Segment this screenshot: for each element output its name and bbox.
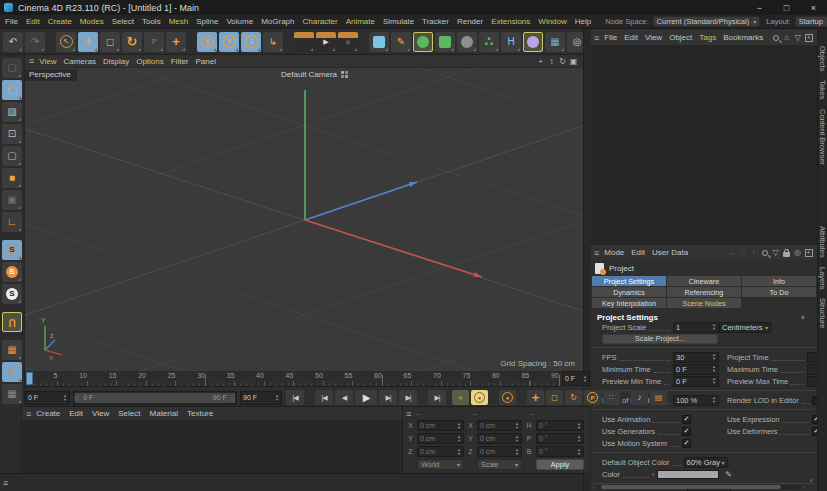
use-animation-checkbox[interactable]: ✓ — [682, 415, 691, 424]
key-scale-button[interactable]: ◻ — [546, 390, 563, 405]
solo-hierarchy-button[interactable]: S — [2, 284, 22, 304]
material-menu-item[interactable]: View — [92, 409, 109, 418]
material-menu-item[interactable]: Material — [150, 409, 178, 418]
snap-toggle-button[interactable]: U — [2, 312, 22, 332]
menu-item[interactable]: File — [5, 17, 18, 26]
make-editable-button[interactable]: ▢ — [2, 58, 22, 78]
preview-min-input[interactable]: 0 F▲▼ — [673, 376, 719, 387]
lock-workplane-button[interactable]: ▦ — [2, 362, 22, 382]
menu-item[interactable]: Window — [538, 17, 566, 26]
stepper-icon[interactable]: ▲▼ — [575, 448, 581, 456]
deformer-button[interactable] — [457, 32, 477, 52]
autokey-button[interactable]: ● — [471, 390, 488, 405]
floor-button[interactable]: ▦ — [545, 32, 565, 52]
forward-icon[interactable]: → — [737, 247, 748, 258]
scale-tool-button[interactable]: ◻ — [100, 32, 120, 52]
add-icon[interactable]: + — [803, 247, 814, 258]
pen-spline-button[interactable]: ✎ — [391, 32, 411, 52]
model-mode-button[interactable]: ▢ — [2, 80, 22, 100]
key-rotation-button[interactable]: ↻ — [565, 390, 582, 405]
axis-tool-button[interactable]: + — [166, 32, 186, 52]
project-time-input[interactable] — [807, 352, 817, 363]
fps-input[interactable]: 30▲▼ — [673, 352, 719, 363]
pan-view-icon[interactable]: + — [535, 57, 546, 66]
scroll-down-icon[interactable]: ∨ — [809, 477, 813, 483]
material-list[interactable] — [22, 421, 402, 473]
live-selection-button[interactable]: ↖ — [56, 32, 76, 52]
viewport-canvas[interactable]: Y Z X — [25, 68, 583, 371]
panel-tab[interactable]: Content Browser — [818, 109, 827, 165]
range-grip[interactable]: || — [231, 395, 236, 401]
scale-mode-select[interactable]: Scale▾ — [477, 459, 522, 470]
stepper-icon[interactable]: ▲▼ — [513, 422, 519, 430]
preview-max-input[interactable] — [807, 376, 817, 387]
project-scale-input[interactable]: 1▲▼ — [673, 322, 719, 333]
maximum-time-input[interactable] — [807, 364, 817, 375]
stepper-icon[interactable]: ▲▼ — [61, 394, 67, 402]
hamburger-icon[interactable]: ≡ — [3, 478, 8, 488]
scale-y-input[interactable]: 0 cm▲▼ — [477, 433, 522, 444]
stepper-icon[interactable]: ▲▼ — [455, 435, 461, 443]
viewport-menu-item[interactable]: Options — [136, 57, 164, 66]
menu-item[interactable]: Select — [112, 17, 134, 26]
stepper-icon[interactable]: ▲▼ — [581, 375, 587, 383]
objects-menu-item[interactable]: Bookmarks — [723, 33, 763, 42]
goto-start-button[interactable]: |◀ — [286, 390, 304, 405]
menu-item[interactable]: Volume — [226, 17, 253, 26]
viewport-menu-item[interactable]: Display — [103, 57, 129, 66]
eyedropper-icon[interactable]: ✎ — [725, 470, 732, 479]
menu-item[interactable]: Tools — [142, 17, 161, 26]
attributes-menu-item[interactable]: Mode — [604, 248, 624, 257]
back-icon[interactable]: ← — [726, 247, 737, 258]
menu-item[interactable]: Spline — [196, 17, 218, 26]
menu-item[interactable]: Character — [303, 17, 338, 26]
rotation-b-input[interactable]: 0 °▲▼ — [536, 446, 584, 457]
workplane-grid-button[interactable]: ▦ — [2, 340, 22, 360]
texture-mode-button[interactable]: ▨ — [2, 102, 22, 122]
panel-tab[interactable]: Attributes — [818, 226, 827, 258]
simulate-button[interactable] — [523, 32, 543, 52]
render-settings-button[interactable]: ☼ — [338, 32, 358, 52]
maximize-button[interactable]: □ — [773, 0, 800, 15]
subdivision-surface-button[interactable] — [413, 32, 433, 52]
edges-mode-button[interactable]: ▢ — [2, 146, 22, 166]
color-swatch[interactable] — [657, 470, 719, 479]
add-icon[interactable]: + — [803, 32, 814, 43]
panel-tab[interactable]: Structure — [818, 298, 827, 328]
node-space-select[interactable]: Current (Standard/Physical)▾ — [653, 16, 761, 27]
stepper-icon[interactable]: ▲▼ — [455, 422, 461, 430]
hamburger-icon[interactable]: ≡ — [594, 33, 599, 43]
view-label[interactable]: Perspective — [25, 69, 77, 81]
rotation-h-input[interactable]: 0 °▲▼ — [536, 420, 584, 431]
use-motion-system-checkbox[interactable]: ✓ — [682, 439, 691, 448]
stepper-icon[interactable]: ▲▼ — [273, 394, 279, 402]
prev-frame-button[interactable]: ◀ — [335, 390, 353, 405]
search-icon[interactable] — [770, 32, 781, 43]
lock-x-axis-button[interactable]: X — [197, 32, 217, 52]
menu-item[interactable]: Render — [457, 17, 483, 26]
use-generators-checkbox[interactable]: ✓ — [682, 427, 691, 436]
goto-end-button[interactable]: ▶| — [428, 390, 446, 405]
object-list[interactable] — [591, 46, 817, 245]
menu-item[interactable]: Mesh — [169, 17, 189, 26]
horizontal-scrollbar[interactable] — [599, 485, 799, 489]
stepper-icon[interactable]: ▲▼ — [710, 365, 716, 373]
stepper-icon[interactable]: ▲▼ — [455, 448, 461, 456]
workplane-mode-button[interactable]: ∟ — [2, 212, 22, 232]
target-icon[interactable]: ◎ — [792, 247, 803, 258]
minimum-time-input[interactable]: 0 F▲▼ — [673, 364, 719, 375]
menu-item[interactable]: Tracker — [422, 17, 449, 26]
viewport-menu-item[interactable]: Panel — [196, 57, 216, 66]
stepper-icon[interactable]: ▲▼ — [513, 448, 519, 456]
layout-select[interactable]: Startup▾ — [795, 16, 827, 27]
lock-z-axis-button[interactable]: Z — [241, 32, 261, 52]
menu-item[interactable]: Help — [575, 17, 591, 26]
key-parameter-button[interactable]: P — [584, 390, 601, 405]
tweak-mode-button[interactable]: ▣ — [2, 190, 22, 210]
attribute-tab[interactable]: Cineware — [667, 276, 741, 286]
stepper-icon[interactable]: ▲▼ — [710, 396, 716, 404]
solo-single-button[interactable]: S — [2, 262, 22, 282]
panel-tab[interactable]: Objects — [818, 46, 827, 71]
stepper-icon[interactable]: ▲▼ — [513, 435, 519, 443]
lock-y-axis-button[interactable]: Y — [219, 32, 239, 52]
